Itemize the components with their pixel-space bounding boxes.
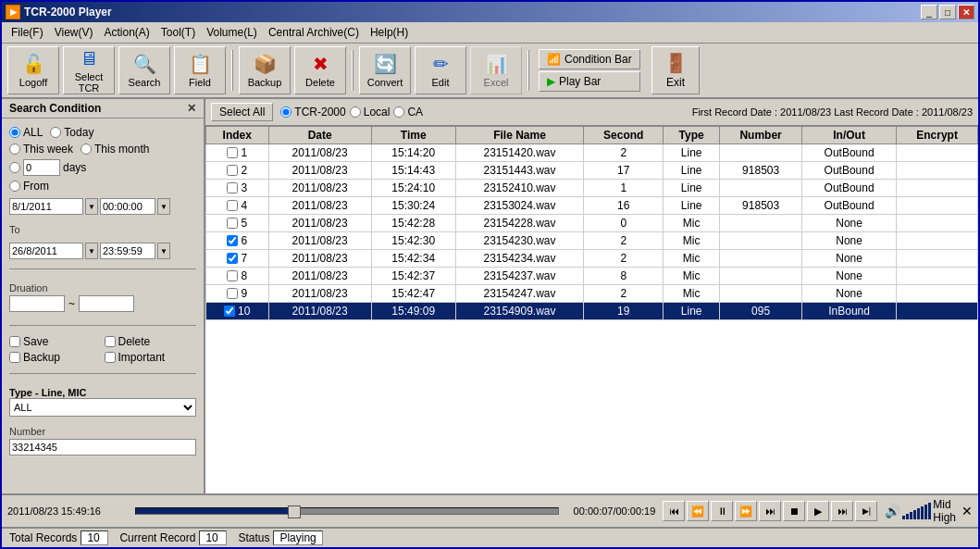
from-date-field[interactable] (9, 198, 83, 215)
logoff-button[interactable]: 🔓 Logoff (7, 46, 59, 94)
table-row[interactable]: 3 2011/08/23 15:24:10 23152410.wav 1 Lin… (206, 180, 978, 197)
duration-from-field[interactable] (9, 295, 65, 312)
radio-this-month-input[interactable] (81, 143, 92, 155)
backup-button[interactable]: 📦 Backup (239, 46, 291, 94)
backup-checkbox[interactable] (9, 352, 20, 363)
radio-this-week[interactable]: This week (9, 143, 73, 156)
search-button[interactable]: 🔍 Search (118, 46, 170, 94)
total-records-label: Total Records (9, 531, 77, 544)
pause-button[interactable]: ⏸ (711, 501, 733, 521)
table-row[interactable]: 4 2011/08/23 15:30:24 23153024.wav 16 Li… (206, 197, 978, 215)
tab-tcr2000-radio[interactable] (280, 106, 292, 118)
radio-all-input[interactable] (9, 127, 20, 138)
radio-today-input[interactable] (50, 127, 61, 138)
row-checkbox[interactable] (227, 270, 238, 281)
fast-forward-2-button[interactable]: ⏭ (831, 501, 853, 521)
row-checkbox[interactable] (227, 200, 238, 211)
cell-encrypt (897, 215, 978, 232)
radio-this-month[interactable]: This month (81, 143, 149, 156)
player-progress[interactable] (135, 507, 559, 515)
checkbox-save[interactable]: Save (9, 335, 102, 348)
menu-action[interactable]: Action(A) (98, 24, 155, 41)
menu-view[interactable]: View(V) (49, 24, 99, 41)
skip-to-end-button[interactable]: ⏭ (759, 501, 781, 521)
from-date-spin[interactable]: ▼ (85, 198, 98, 215)
save-checkbox[interactable] (9, 336, 20, 347)
step-forward-button[interactable]: ▶| (855, 501, 877, 521)
row-checkbox[interactable] (227, 165, 238, 176)
row-checkbox[interactable] (227, 288, 238, 299)
play-bar-button[interactable]: ▶ Play Bar (539, 71, 640, 92)
search-panel-close[interactable]: ✕ (187, 102, 196, 115)
tab-ca-radio[interactable] (393, 106, 404, 118)
table-row[interactable]: 1 2011/08/23 15:14:20 23151420.wav 2 Lin… (206, 144, 978, 162)
table-row[interactable]: 8 2011/08/23 15:42:37 23154237.wav 8 Mic… (206, 268, 978, 285)
to-time-field[interactable] (100, 243, 155, 259)
from-time-field[interactable] (100, 198, 155, 215)
row-checkbox[interactable] (227, 235, 238, 246)
important-checkbox[interactable] (105, 352, 116, 363)
close-player-button[interactable]: ✕ (961, 504, 973, 518)
play-button[interactable]: ▶ (807, 501, 829, 521)
type-select[interactable]: ALL (9, 398, 196, 417)
radio-today[interactable]: Today (50, 126, 93, 139)
radio-all[interactable]: ALL (9, 126, 43, 139)
radio-from-input[interactable] (9, 181, 20, 192)
duration-to-field[interactable] (79, 295, 134, 312)
tab-ca[interactable]: CA (393, 106, 423, 119)
cell-number: 918503 (720, 162, 802, 180)
days-field[interactable] (23, 159, 60, 176)
row-checkbox[interactable] (227, 218, 238, 229)
tab-tcr2000[interactable]: TCR-2000 (280, 106, 345, 119)
fast-forward-button[interactable]: ⏩ (735, 501, 757, 521)
radio-this-week-input[interactable] (9, 143, 20, 155)
tab-local-radio[interactable] (350, 106, 361, 118)
radio-days-input[interactable] (9, 162, 20, 173)
close-button[interactable]: ✕ (958, 5, 974, 19)
menu-file[interactable]: File(F) (6, 24, 49, 41)
row-checkbox[interactable] (227, 147, 238, 158)
table-row[interactable]: 7 2011/08/23 15:42:34 23154234.wav 2 Mic… (206, 250, 978, 268)
checkbox-backup[interactable]: Backup (9, 351, 102, 364)
player-progress-thumb[interactable] (288, 505, 301, 518)
stop-button[interactable]: ⏹ (783, 501, 805, 521)
records-table[interactable]: Index Date Time File Name Second Type Nu… (205, 126, 978, 493)
delete-button[interactable]: ✖ Delete (294, 46, 346, 94)
row-checkbox[interactable] (227, 182, 238, 193)
menu-tool[interactable]: Tool(T) (155, 24, 201, 41)
table-row[interactable]: 10 2011/08/23 15:49:09 23154909.wav 19 L… (206, 303, 978, 320)
field-button[interactable]: 📋 Field (174, 46, 226, 94)
checkbox-important[interactable]: Important (105, 351, 197, 364)
table-row[interactable]: 5 2011/08/23 15:42:28 23154228.wav 0 Mic… (206, 215, 978, 232)
from-time-spin[interactable]: ▼ (157, 198, 170, 215)
table-row[interactable]: 9 2011/08/23 15:42:47 23154247.wav 2 Mic… (206, 285, 978, 303)
row-checkbox[interactable] (227, 253, 238, 264)
to-date-field[interactable] (9, 243, 83, 259)
to-date-spin[interactable]: ▼ (85, 243, 98, 259)
exit-button[interactable]: 🚪 Exit (651, 46, 700, 94)
radio-from[interactable]: From (9, 180, 49, 193)
delete-checkbox[interactable] (105, 336, 116, 347)
checkbox-delete[interactable]: Delete (105, 335, 197, 348)
row-checkbox[interactable] (224, 306, 235, 317)
rewind-button[interactable]: ⏪ (687, 501, 709, 521)
menu-help[interactable]: Help(H) (365, 24, 414, 41)
convert-button[interactable]: 🔄 Convert (359, 46, 411, 94)
number-input[interactable] (9, 439, 196, 455)
select-tcr-button[interactable]: 🖥 Select TCR (63, 46, 115, 94)
minimize-button[interactable]: _ (921, 5, 937, 19)
condition-bar-button[interactable]: 📶 Condition Bar (539, 49, 640, 69)
table-row[interactable]: 6 2011/08/23 15:42:30 23154230.wav 2 Mic… (206, 232, 978, 250)
maximize-button[interactable]: □ (939, 5, 956, 19)
table-row[interactable]: 2 2011/08/23 15:14:43 23151443.wav 17 Li… (206, 162, 978, 180)
select-all-button[interactable]: Select All (211, 103, 273, 121)
skip-to-start-button[interactable]: ⏮ (663, 501, 685, 521)
tab-local[interactable]: Local (350, 106, 391, 119)
menu-volume[interactable]: Volume(L) (201, 24, 263, 41)
menu-central-archive[interactable]: Central Archive(C) (263, 24, 365, 41)
excel-button[interactable]: 📊 Excel (470, 46, 522, 94)
radio-days[interactable]: days (9, 159, 86, 176)
excel-icon: 📊 (485, 53, 508, 75)
edit-button[interactable]: ✏ Edit (415, 46, 466, 94)
to-time-spin[interactable]: ▼ (157, 243, 170, 259)
